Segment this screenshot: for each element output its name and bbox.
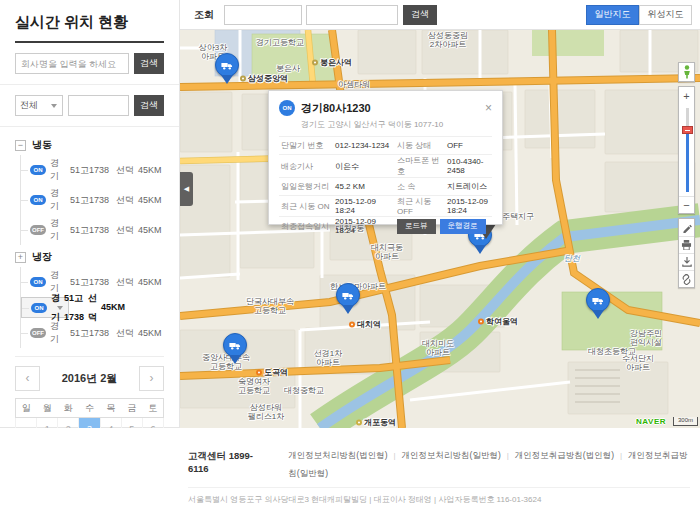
popup-status-badge: ON — [279, 100, 295, 116]
detail-label: 최종접속일시 — [279, 217, 333, 236]
weekday-label: 수 — [79, 399, 100, 418]
calendar-next-button[interactable]: › — [139, 366, 164, 391]
detail-value: 45.2 KM — [333, 178, 395, 196]
detail-label: 배송기사 — [279, 155, 333, 178]
zoom-out-button[interactable]: − — [679, 196, 694, 213]
vehicle-plate: 51고1738 — [70, 327, 112, 340]
customer-center: 고객센터 1899-6116 — [188, 450, 266, 474]
vehicle-distance: 45KM — [138, 165, 164, 175]
vehicle-row[interactable]: OFF 경기 51고1738 선덕 45KM — [21, 215, 164, 245]
status-badge: ON — [30, 165, 46, 175]
vehicle-driver: 선덕 — [116, 224, 134, 237]
vehicle-marker[interactable] — [585, 288, 611, 320]
detail-value: 지트레이스 — [445, 178, 492, 196]
detail-value: OFF — [445, 137, 492, 155]
vehicle-row[interactable]: ON 경기 51고1738 선덕 45KM — [21, 155, 164, 185]
status-badge: OFF — [30, 225, 46, 235]
weekday-label: 일 — [16, 399, 37, 418]
zoom-in-button[interactable]: + — [679, 87, 694, 104]
vehicle-row[interactable]: OFF 경기 51고1738 선덕 45KM — [21, 318, 164, 348]
truck-icon — [336, 283, 360, 307]
calendar-weekday-row: 일월화수목금토 — [16, 399, 164, 418]
vehicle-driver: 선덕 — [116, 194, 134, 207]
vehicle-distance: 45KM — [138, 277, 164, 287]
detail-value: 2015-12-09 18:24 — [445, 196, 492, 217]
print-button[interactable] — [679, 236, 694, 253]
detail-value: 이은수 — [333, 155, 395, 178]
filter-select[interactable]: 전체 — [15, 95, 63, 116]
query-input-1[interactable] — [224, 5, 302, 25]
detail-label: 소 속 — [395, 178, 445, 196]
calendar-prev-button[interactable]: ‹ — [15, 366, 40, 391]
vehicle-plate: 51고1738 — [70, 194, 112, 207]
topbar: 조회 검색 일반지도 위성지도 — [180, 0, 700, 30]
vehicle-plate: 51고1738 — [70, 164, 112, 177]
footer: 고객센터 1899-6116 개인정보처리방침(법인형)|개인정보처리방침(일반… — [0, 428, 700, 505]
search-label: 조회 — [194, 8, 214, 22]
vehicle-marker[interactable] — [335, 283, 361, 315]
link-icon — [681, 274, 692, 285]
vehicle-region: 경기 — [50, 157, 66, 183]
vehicle-row[interactable]: ON 경기 51고1738 선덕 45KM — [21, 297, 69, 318]
link-separator: | — [620, 451, 622, 460]
policy-links: 개인정보처리방침(법인형)|개인정보처리방침(일반형)|개인정보취급방침(법인형… — [288, 444, 690, 480]
filter-search-input[interactable] — [68, 95, 129, 116]
truck-icon — [586, 288, 610, 312]
measure-distance-button[interactable] — [679, 219, 694, 236]
query-input-2[interactable] — [306, 5, 398, 25]
zoom-slider-fill — [686, 130, 689, 192]
sidebar-collapse-tab[interactable]: ◀ — [180, 172, 193, 206]
expander-icon[interactable]: − — [15, 140, 26, 151]
map-canvas[interactable]: 경기고등학교상아3차 아파트봉은사삼성동중림 2차아파트봉은사역삼성중앙역아셈타… — [180, 30, 700, 428]
vehicle-driver: 선덕 — [116, 164, 134, 177]
save-image-button[interactable] — [679, 253, 694, 270]
calendar-title: 2016년 2월 — [62, 371, 118, 386]
vehicle-marker[interactable] — [222, 333, 248, 365]
filter-search-section: 전체 검색 — [0, 95, 179, 127]
popup-detail-row: 일일운행거리 45.2 KM소 속 지트레이스 — [279, 178, 492, 196]
zoom-slider[interactable] — [679, 104, 694, 196]
policy-link[interactable]: 개인정보취급방침(법인형) — [515, 450, 614, 460]
tree-group-header[interactable]: − 냉동 — [15, 133, 164, 155]
expander-icon[interactable]: + — [15, 252, 26, 263]
share-link-button[interactable] — [679, 270, 694, 287]
company-search-input[interactable] — [15, 53, 129, 74]
vehicle-region: 경기 — [50, 320, 66, 346]
close-icon[interactable]: × — [485, 103, 492, 113]
download-icon — [682, 257, 692, 267]
pencil-icon — [682, 223, 692, 233]
weekday-label: 금 — [121, 399, 142, 418]
zoom-slider-handle[interactable] — [682, 126, 693, 134]
query-search-button[interactable]: 검색 — [403, 5, 437, 25]
roadview-button[interactable]: 로드뷰 — [397, 219, 436, 234]
weekday-label: 토 — [142, 399, 163, 418]
detail-value: 2015-12-09 18:24 — [333, 196, 395, 217]
detail-label: 시동 상태 — [395, 137, 445, 155]
tree-group: − 냉동 ON 경기 51고1738 선덕 45KMON 경기 51고1738 … — [15, 133, 164, 245]
vehicle-driver: 선덕 — [116, 327, 134, 340]
company-search-button[interactable]: 검색 — [134, 53, 164, 74]
link-separator: | — [507, 451, 509, 460]
weekday-label: 화 — [58, 399, 79, 418]
popup-detail-row: 단말기 번호 012-1234-1234시동 상태 OFF — [279, 137, 492, 155]
weekday-label: 월 — [37, 399, 58, 418]
popup-detail-table: 단말기 번호 012-1234-1234시동 상태 OFF배송기사 이은수스마트… — [279, 136, 492, 235]
normal-map-button[interactable]: 일반지도 — [586, 5, 639, 25]
truck-icon — [223, 333, 247, 357]
detail-label: 스마트폰 번호 — [395, 155, 445, 178]
detail-label: 최근 시동 ON — [279, 196, 333, 217]
drive-route-button[interactable]: 운행경로 — [440, 219, 486, 234]
popup-address: 경기도 고양시 일산서구 덕이동 1077-10 — [301, 119, 492, 130]
policy-link[interactable]: 개인정보처리방침(일반형) — [402, 450, 501, 460]
satellite-map-button[interactable]: 위성지도 — [639, 5, 692, 25]
vehicle-tree: − 냉동 ON 경기 51고1738 선덕 45KMON 경기 51고1738 … — [15, 133, 164, 357]
status-badge: ON — [30, 277, 46, 287]
tree-group-header[interactable]: + 냉장 — [15, 245, 164, 267]
filter-search-button[interactable]: 검색 — [134, 95, 164, 116]
vehicle-marker[interactable] — [214, 53, 240, 85]
streetview-person-icon — [682, 65, 692, 79]
vehicle-row[interactable]: ON 경기 51고1738 선덕 45KM — [21, 185, 164, 215]
policy-link[interactable]: 개인정보처리방침(법인형) — [288, 450, 387, 460]
streetview-control[interactable] — [678, 62, 695, 82]
popup-detail-row: 최종접속일시 2015-12-09 18:24 로드뷰 운행경로 — [279, 217, 492, 236]
